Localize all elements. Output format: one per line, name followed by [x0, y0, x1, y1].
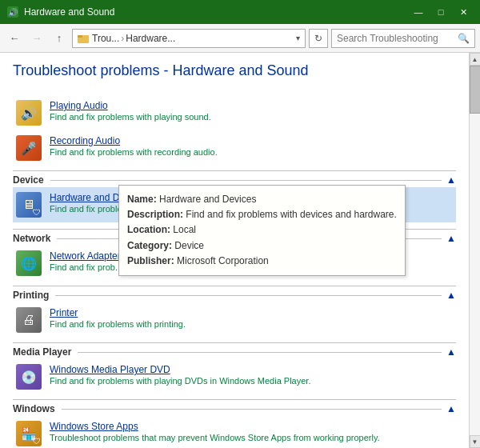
content-area: Troubleshoot problems - Hardware and Sou…	[0, 53, 469, 448]
windows-store-icon: 🏪 🛡	[16, 421, 42, 446]
tooltip-desc-label: Description:	[127, 209, 183, 220]
section-media-player-chevron[interactable]: ▲	[446, 346, 456, 358]
tooltip-loc-value: Local	[173, 224, 196, 235]
section-windows-label: Windows	[13, 403, 62, 414]
printer-text: Printer Find and fix problems with print…	[50, 307, 453, 329]
svg-rect-3	[78, 35, 82, 38]
section-device-chevron[interactable]: ▲	[446, 174, 456, 186]
section-printing: Printing ▲	[13, 286, 456, 301]
address-text: Trou... › Hardware...	[92, 33, 175, 44]
scrollbar-thumb[interactable]	[470, 66, 481, 114]
refresh-button[interactable]: ↻	[309, 29, 328, 48]
section-media-player-label: Media Player	[13, 346, 78, 358]
wmp-dvd-text: Windows Media Player DVD Find and fix pr…	[50, 364, 453, 386]
playing-audio-icon: 🔊	[16, 100, 42, 126]
list-item[interactable]: 🖨 Printer Find and fix problems with pri…	[13, 302, 456, 338]
tooltip-pub-label: Publisher:	[127, 255, 174, 266]
section-line	[78, 352, 442, 353]
section-device-label: Device	[13, 174, 50, 186]
tooltip-name-value: Hardware and Devices	[159, 194, 256, 205]
windows-store-text: Windows Store Apps Troubleshoot problems…	[50, 421, 453, 442]
scrollbar-down-button[interactable]: ▼	[470, 435, 481, 448]
svg-text:🔊: 🔊	[8, 7, 18, 18]
section-network-label: Network	[13, 233, 57, 244]
recording-audio-desc: Find and fix problems with recording aud…	[50, 147, 453, 157]
tooltip-cat-label: Category:	[127, 240, 172, 251]
recording-audio-icon: 🎤	[16, 135, 42, 161]
list-item[interactable]: 🎤 Recording Audio Find and fix problems …	[13, 130, 456, 166]
nav-bar: ← → ↑ Trou... › Hardware... ▾ ↻ 🔍	[0, 24, 480, 53]
recording-audio-title: Recording Audio	[50, 135, 453, 146]
maximize-button[interactable]: □	[430, 4, 451, 20]
app-icon: 🔊	[6, 6, 19, 18]
title-bar-controls: — □ ✕	[408, 4, 474, 20]
close-button[interactable]: ✕	[453, 4, 474, 20]
tooltip-desc-value: Find and fix problems with devices and h…	[186, 209, 396, 220]
section-media-player: Media Player ▲	[13, 342, 456, 358]
back-button[interactable]: ←	[5, 29, 24, 48]
refresh-icon: ↻	[314, 33, 322, 44]
section-line	[55, 295, 442, 296]
tooltip-pub-value: Microsoft Corporation	[177, 255, 269, 266]
section-device: Device ▲	[13, 170, 456, 186]
printer-title: Printer	[50, 307, 453, 318]
address-part1: Trou...	[92, 33, 119, 44]
address-dropdown-icon[interactable]: ▾	[296, 34, 300, 42]
tooltip-name-label: Name:	[127, 194, 157, 205]
playing-audio-text: Playing Audio Find and fix problems with…	[50, 100, 453, 122]
hardware-devices-icon: 🖥 🛡	[16, 192, 42, 218]
title-bar: 🔊 Hardware and Sound — □ ✕	[0, 0, 480, 24]
playing-audio-desc: Find and fix problems with playing sound…	[50, 112, 453, 122]
wmp-dvd-desc: Find and fix problems with playing DVDs …	[50, 376, 453, 386]
list-item[interactable]: 💿 Windows Media Player DVD Find and fix …	[13, 359, 456, 394]
title-bar-left: 🔊 Hardware and Sound	[6, 6, 114, 18]
section-windows-chevron[interactable]: ▲	[446, 403, 456, 414]
forward-button[interactable]: →	[27, 29, 46, 48]
section-windows: Windows ▲	[13, 399, 456, 414]
folder-icon	[78, 33, 89, 44]
windows-store-desc: Troubleshoot problems that may prevent W…	[50, 433, 453, 442]
wmp-dvd-icon: 💿	[16, 364, 42, 390]
section-line	[50, 180, 442, 181]
search-input[interactable]	[337, 33, 454, 44]
address-separator: ›	[121, 33, 124, 44]
list-item[interactable]: 🏪 🛡 Windows Store Apps Troubleshoot prob…	[13, 416, 456, 448]
wmp-dvd-title: Windows Media Player DVD	[50, 364, 453, 375]
scrollbar-up-button[interactable]: ▲	[470, 53, 481, 66]
tooltip-cat-value: Device	[174, 240, 204, 251]
section-line	[62, 409, 442, 410]
printer-icon: 🖨	[16, 307, 42, 333]
network-adapter-icon: 🌐	[16, 250, 42, 276]
printer-desc: Find and fix problems with printing.	[50, 319, 453, 329]
window-title: Hardware and Sound	[24, 6, 114, 18]
section-printing-label: Printing	[13, 290, 55, 301]
windows-store-title: Windows Store Apps	[50, 421, 453, 432]
list-item[interactable]: 🔊 Playing Audio Find and fix problems wi…	[13, 95, 456, 130]
main-content: Troubleshoot problems - Hardware and Sou…	[0, 53, 480, 448]
tooltip-loc-label: Location:	[127, 224, 170, 235]
address-part2: Hardware...	[126, 33, 175, 44]
scrollbar[interactable]: ▲ ▼	[469, 53, 480, 448]
scrollbar-track[interactable]	[470, 66, 481, 435]
recording-audio-text: Recording Audio Find and fix problems wi…	[50, 135, 453, 157]
hardware-devices-tooltip: Name: Hardware and Devices Description: …	[118, 185, 406, 276]
section-printing-chevron[interactable]: ▲	[446, 290, 456, 301]
page-title: Troubleshoot problems - Hardware and Sou…	[13, 62, 456, 84]
up-button[interactable]: ↑	[50, 29, 69, 48]
search-icon[interactable]: 🔍	[458, 33, 470, 44]
address-bar[interactable]: Trou... › Hardware... ▾	[72, 29, 306, 48]
minimize-button[interactable]: —	[408, 4, 429, 20]
playing-audio-title: Playing Audio	[50, 100, 453, 111]
section-network-chevron[interactable]: ▲	[446, 233, 456, 244]
search-box[interactable]: 🔍	[331, 29, 475, 48]
